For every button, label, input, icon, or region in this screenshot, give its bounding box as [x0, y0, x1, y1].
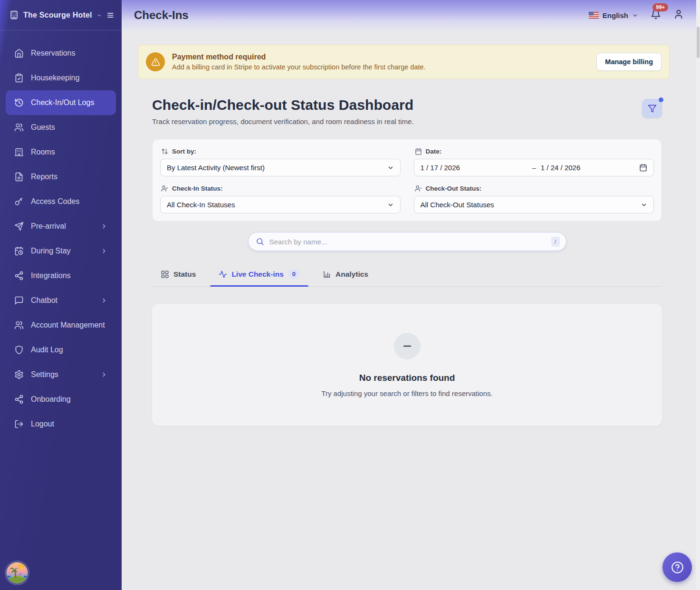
minus-icon — [402, 340, 413, 352]
checkin-label: Check-In Status: — [172, 185, 223, 192]
scrollbar-thumb[interactable] — [697, 27, 700, 58]
send-icon — [14, 222, 24, 231]
sidebar-item-label: Access Codes — [31, 197, 79, 206]
date-range-input[interactable]: 1 / 17 / 2026 – 1 / 24 / 2026 — [414, 159, 654, 176]
chevron-down-icon — [387, 164, 394, 171]
search-input[interactable] — [269, 238, 546, 246]
sidebar-item-during-stay[interactable]: During Stay — [6, 239, 116, 263]
sidebar-item-access-codes[interactable]: Access Codes — [6, 189, 116, 214]
dashboard-titles: Check-in/Check-out Status Dashboard Trac… — [152, 97, 414, 126]
sidebar-item-integrations[interactable]: Integrations — [6, 263, 116, 288]
sidebar-item-label: During Stay — [31, 247, 71, 255]
sidebar-item-reservations[interactable]: Reservations — [6, 41, 116, 66]
clipboard-check-icon — [14, 73, 24, 83]
filter-card: Sort by: By Latest Activity (Newest firs… — [152, 139, 662, 222]
search-row: / — [152, 232, 662, 251]
tab-bar: Status Live Check-ins 0 Analytics — [152, 263, 662, 287]
chevron-right-icon — [101, 297, 107, 304]
sidebar-nav: Reservations Housekeeping Check-In/Out L… — [0, 30, 122, 436]
manage-billing-button[interactable]: Manage billing — [596, 53, 662, 71]
dashboard-subtitle: Track reservation progress, document ver… — [152, 117, 414, 126]
search-bar[interactable]: / — [248, 232, 566, 251]
history-icon — [14, 98, 24, 107]
logout-icon — [14, 419, 24, 429]
profile-avatar[interactable] — [6, 561, 29, 584]
checkout-status-field: Check-Out Status: All Check-Out Statuses — [414, 185, 654, 213]
language-label: English — [603, 11, 628, 19]
sidebar: The Scourge Hotel Reservations Housekeep… — [0, 0, 122, 590]
scrollbar-track[interactable] — [696, 0, 700, 590]
sidebar-item-reports[interactable]: Reports — [6, 164, 116, 189]
warning-icon-circle — [146, 52, 165, 71]
gear-icon — [14, 370, 24, 379]
sidebar-item-pre-arrival[interactable]: Pre-arrival — [6, 214, 116, 239]
help-button[interactable] — [662, 552, 692, 582]
sidebar-item-label: Check-In/Out Logs — [31, 98, 94, 107]
page-title: Check-Ins — [134, 9, 189, 22]
tab-analytics[interactable]: Analytics — [314, 263, 377, 286]
checkin-value: All Check-In Statuses — [167, 201, 235, 209]
sidebar-item-rooms[interactable]: Rooms — [6, 140, 116, 164]
payment-warning-banner: Payment method required Add a billing ca… — [138, 45, 670, 79]
calendar-icon[interactable] — [639, 164, 647, 172]
calendar-clock-icon — [14, 246, 24, 256]
chevron-down-icon — [97, 12, 102, 19]
checkin-label-row: Check-In Status: — [161, 185, 401, 192]
hotel-switcher[interactable]: The Scourge Hotel — [0, 0, 122, 30]
sidebar-item-guests[interactable]: Guests — [6, 115, 116, 140]
sidebar-item-logout[interactable]: Logout — [6, 412, 116, 436]
activity-icon — [219, 270, 227, 279]
sidebar-item-onboarding[interactable]: Onboarding — [6, 387, 116, 412]
checkin-status-select[interactable]: All Check-In Statuses — [160, 196, 401, 213]
user-minus-icon — [415, 185, 422, 192]
date-range-separator: – — [532, 164, 536, 172]
grid-icon — [161, 270, 169, 279]
topbar: Check-Ins English 99+ — [122, 0, 700, 33]
topbar-actions: English 99+ — [589, 9, 684, 21]
menu-icon[interactable] — [106, 10, 114, 20]
notifications-button[interactable]: 99+ — [651, 9, 661, 21]
sidebar-item-checkinout-logs[interactable]: Check-In/Out Logs — [6, 90, 116, 115]
sidebar-item-chatbot[interactable]: Chatbot — [6, 288, 116, 313]
sidebar-item-label: Reports — [31, 173, 58, 181]
users-icon — [14, 320, 24, 330]
tab-count-badge: 0 — [288, 270, 300, 279]
chevron-down-icon — [387, 202, 394, 208]
empty-state-card: No reservations found Try adjusting your… — [152, 304, 662, 426]
sidebar-item-label: Audit Log — [31, 346, 63, 354]
bar-chart-icon — [323, 270, 331, 279]
file-text-icon — [14, 172, 24, 182]
tab-status[interactable]: Status — [152, 263, 204, 286]
user-check-icon — [161, 185, 168, 192]
chevron-right-icon — [101, 248, 107, 254]
tab-live-check-ins[interactable]: Live Check-ins 0 — [210, 263, 308, 286]
sort-select[interactable]: By Latest Activity (Newest first) — [160, 159, 401, 176]
sidebar-item-housekeeping[interactable]: Housekeeping — [6, 66, 116, 90]
sidebar-item-settings[interactable]: Settings — [6, 362, 116, 387]
sidebar-item-label: Settings — [31, 370, 58, 379]
date-label: Date: — [426, 148, 442, 155]
users-icon — [14, 123, 24, 132]
sidebar-item-label: Guests — [31, 123, 55, 132]
date-start-value: 1 / 17 / 2026 — [421, 164, 532, 172]
dashboard-title: Check-in/Check-out Status Dashboard — [152, 97, 414, 113]
sidebar-item-account-management[interactable]: Account Management — [6, 313, 116, 338]
notification-badge: 99+ — [652, 3, 668, 11]
share-icon — [14, 395, 24, 404]
language-selector[interactable]: English — [589, 11, 638, 19]
checkout-status-select[interactable]: All Check-Out Statuses — [414, 196, 654, 213]
user-menu-button[interactable] — [673, 9, 684, 21]
sidebar-item-label: Integrations — [31, 271, 71, 280]
sort-value: By Latest Activity (Newest first) — [167, 164, 265, 172]
filter-toggle-button[interactable] — [642, 99, 662, 118]
banner-title: Payment method required — [172, 53, 426, 61]
tab-label: Status — [173, 270, 196, 279]
dashboard-header: Check-in/Check-out Status Dashboard Trac… — [152, 97, 662, 126]
empty-state-message: Try adjusting your search or filters to … — [321, 389, 492, 397]
key-icon — [14, 197, 24, 206]
alert-triangle-icon — [151, 58, 160, 67]
chevron-right-icon — [101, 371, 107, 378]
date-label-row: Date: — [415, 148, 654, 155]
sort-label: Sort by: — [172, 148, 196, 155]
sidebar-item-audit-log[interactable]: Audit Log — [6, 338, 116, 362]
